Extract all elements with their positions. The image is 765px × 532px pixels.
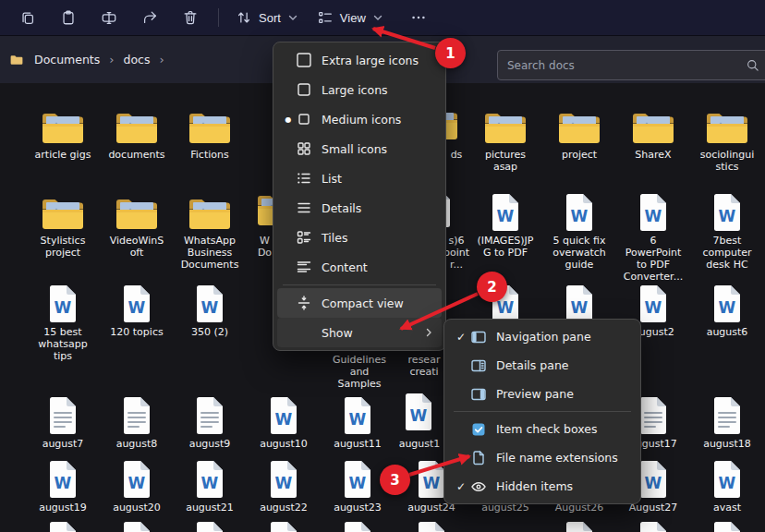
view-menu-item-content[interactable]: Content: [277, 252, 442, 282]
folder-icon: [167, 187, 252, 232]
svg-text:W: W: [55, 298, 72, 317]
delete-button[interactable]: [170, 4, 211, 31]
word-document-icon: W: [537, 187, 622, 232]
file-tile-august19[interactable]: Waugust19: [20, 454, 105, 514]
file-tile-august11[interactable]: Waugust11: [315, 391, 400, 450]
file-tile[interactable]: W: [685, 515, 765, 532]
folder-icon: [20, 187, 105, 232]
show-submenu-item-item-check-boxes[interactable]: Item check boxes: [448, 415, 637, 443]
view-menu-item-list[interactable]: List: [277, 163, 442, 193]
show-submenu-item-navigation-pane[interactable]: ✓Navigation pane: [448, 322, 637, 351]
rename-button[interactable]: [89, 4, 129, 31]
view-menu-item-details[interactable]: Details: [277, 193, 442, 223]
show-submenu-item-details-pane[interactable]: Details pane: [448, 351, 637, 380]
file-tile[interactable]: W: [315, 515, 400, 532]
file-tile-august21[interactable]: Waugust21: [167, 454, 252, 514]
file-tile-images-jp-g-to-pdf[interactable]: W(IMAGES)JP G to PDF: [463, 187, 548, 259]
see-more-button[interactable]: [398, 4, 439, 31]
view-menu-item-compact-view[interactable]: Compact view: [277, 288, 442, 318]
share-button[interactable]: [129, 4, 170, 31]
file-tile-august10[interactable]: Waugust10: [241, 391, 326, 450]
file-label: 350 (2): [167, 326, 252, 338]
text-document-icon: [20, 391, 105, 435]
compact-view-icon: [296, 295, 312, 311]
file-tile-august7[interactable]: august7: [20, 391, 105, 450]
sort-button[interactable]: Sort: [226, 4, 308, 31]
file-tile-350-2[interactable]: W350 (2): [167, 279, 252, 338]
callout-number: 3: [390, 472, 399, 489]
file-tile-5-quick-fix-overwatch-guide[interactable]: W5 quick fix overwatch guide: [537, 187, 622, 271]
file-tile-article-gigs[interactable]: article gigs: [20, 102, 105, 161]
file-tile-7best-computer-desk-hc[interactable]: W7best computer desk HC: [685, 187, 765, 271]
text-document-icon: [685, 391, 765, 435]
file-tile-6-powerpoint-to-pdf-converter[interactable]: W6 PowerPoint to PDF Converter...: [611, 187, 696, 283]
view-menu-item-tiles[interactable]: Tiles: [277, 223, 442, 252]
view-menu-item-show[interactable]: Show: [277, 318, 442, 347]
details-icon: [296, 200, 312, 216]
word-document-icon: W: [167, 454, 252, 499]
show-submenu: ✓Navigation paneDetails panePreview pane…: [443, 319, 641, 504]
menu-item-label: List: [322, 172, 342, 186]
file-tile[interactable]: [167, 515, 252, 532]
empty-icon-slot: [296, 324, 312, 341]
file-label: article gigs: [20, 149, 105, 161]
file-tile-partial-resear-creati[interactable]: resear creati: [403, 351, 445, 378]
file-tile-stylistics-project[interactable]: Stylistics project: [20, 187, 105, 259]
toolbar-divider: [218, 8, 219, 27]
menu-item-label: Details pane: [496, 358, 569, 372]
view-menu-item-medium-icons[interactable]: ●Medium icons: [277, 104, 442, 134]
file-tile-august9[interactable]: august9: [167, 391, 252, 450]
search-box: [497, 50, 765, 80]
view-button[interactable]: View: [308, 4, 393, 31]
view-menu-item-large-icons[interactable]: Large icons: [277, 75, 442, 104]
file-tile[interactable]: W: [611, 515, 696, 532]
file-tile-fictions[interactable]: Fictions: [167, 102, 252, 161]
file-tile-project[interactable]: project: [537, 102, 622, 161]
file-tile-august22[interactable]: Waugust22: [241, 454, 326, 514]
menu-item-label: Large icons: [322, 83, 388, 97]
sort-icon: [236, 9, 252, 26]
word-document-icon: W: [20, 515, 105, 532]
file-tile-august6[interactable]: Waugust6: [685, 279, 765, 338]
show-submenu-item-hidden-items[interactable]: ✓Hidden items: [448, 472, 637, 501]
svg-text:W: W: [571, 207, 589, 225]
svg-text:W: W: [55, 474, 72, 492]
copy-button[interactable]: [7, 4, 48, 31]
word-document-icon: W: [611, 279, 696, 323]
file-tile-avast[interactable]: Wavast: [685, 454, 765, 514]
file-label: august9: [167, 438, 252, 450]
view-menu-item-extra-large-icons[interactable]: Extra large icons: [277, 45, 442, 75]
breadcrumb-item-docs[interactable]: docs: [119, 50, 153, 69]
svg-text:W: W: [645, 207, 662, 225]
file-tile-whatsapp-business-documents[interactable]: WhatsApp Business Documents: [167, 187, 252, 271]
file-tile[interactable]: W: [20, 515, 105, 532]
paste-button[interactable]: [48, 4, 89, 31]
file-tile-august18[interactable]: august18: [685, 391, 765, 450]
file-tile-15-best-whatsapp-tips[interactable]: W15 best whatsapp tips: [20, 279, 105, 362]
folder-icon: [20, 102, 105, 146]
show-submenu-item-preview-pane[interactable]: Preview pane: [448, 380, 637, 408]
svg-text:W: W: [275, 474, 293, 492]
show-submenu-item-file-name-extensions[interactable]: File name extensions: [448, 443, 637, 472]
breadcrumb-item-documents[interactable]: Documents: [30, 50, 103, 69]
svg-text:W: W: [410, 406, 428, 425]
file-tile-sharex[interactable]: ShareX: [611, 102, 696, 161]
file-tile[interactable]: W: [241, 515, 326, 532]
file-label: sociolingui stics: [685, 149, 765, 173]
folder-icon: [257, 187, 273, 232]
folder-icon: [167, 102, 252, 146]
file-label: august22: [241, 502, 326, 514]
file-tile-sociolingui-stics[interactable]: sociolingui stics: [685, 102, 765, 173]
file-tile-partial-guidelines-and-samples[interactable]: Guidelines and Samples: [321, 351, 398, 390]
file-tile-partial-w-do[interactable]: W Do: [257, 187, 273, 259]
view-menu-item-small-icons[interactable]: Small icons: [277, 134, 442, 163]
file-tile[interactable]: W: [537, 515, 622, 532]
breadcrumb-chevron-icon: ›: [109, 53, 114, 66]
word-document-icon: W: [611, 515, 696, 532]
tiles-icon: [296, 229, 312, 246]
file-tile-pictures-asap[interactable]: pictures asap: [463, 102, 548, 173]
search-input[interactable]: [498, 59, 746, 72]
svg-text:W: W: [719, 207, 736, 225]
file-tile[interactable]: W: [389, 515, 474, 532]
file-tile-partial-august1[interactable]: Waugust1: [397, 391, 442, 450]
